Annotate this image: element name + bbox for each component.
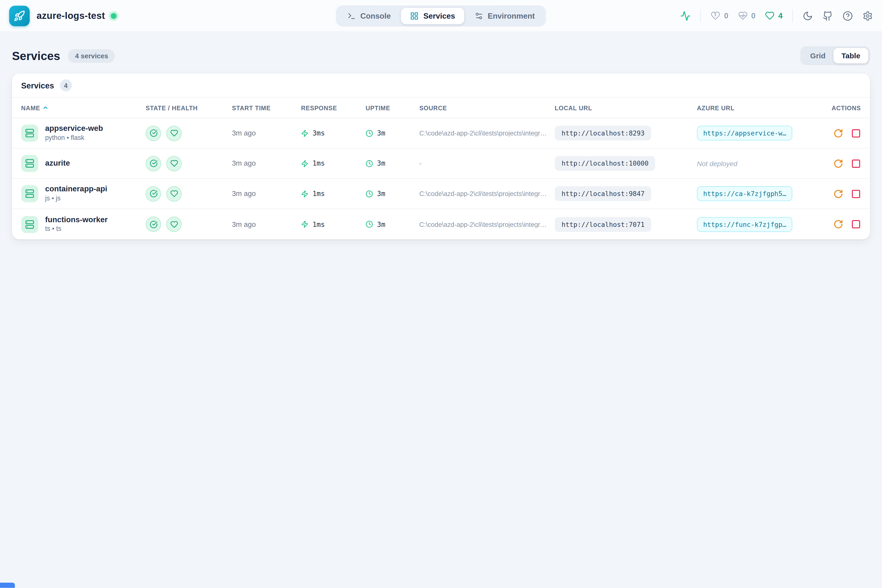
column-header-uptime[interactable]: UPTIME	[366, 104, 419, 111]
settings-button[interactable]	[862, 10, 873, 21]
response-value: 1ms	[312, 220, 325, 228]
restart-button[interactable]	[834, 128, 843, 138]
stop-square-icon	[851, 128, 861, 138]
zap-icon	[301, 220, 309, 228]
azure-url-link[interactable]: https://appservice-w…	[697, 126, 793, 141]
table-header-row: NAME STATE / HEALTH START TIME RESPONSE …	[12, 98, 870, 118]
server-icon	[21, 216, 38, 233]
stop-button[interactable]	[851, 189, 861, 199]
table-row: containerapp-api js • js 3m ago 1ms 3m	[12, 179, 870, 209]
clock-icon	[366, 160, 373, 167]
errors-counter: 0	[711, 11, 728, 21]
stop-button[interactable]	[851, 159, 861, 168]
stop-button[interactable]	[851, 128, 861, 138]
state-health-cell	[146, 126, 232, 141]
actions-cell	[797, 219, 861, 229]
response-value: 3ms	[312, 129, 325, 137]
service-subtitle: js • js	[45, 194, 107, 203]
start-time: 3m ago	[232, 220, 301, 228]
column-header-state[interactable]: STATE / HEALTH	[146, 104, 232, 111]
topbar-right: 0 0 4	[681, 9, 873, 22]
not-deployed-label: Not deployed	[697, 160, 738, 168]
healthy-counter: 4	[765, 11, 783, 21]
services-card: Services 4 NAME STATE / HEALTH START TIM…	[12, 74, 870, 239]
tab-environment-label: Environment	[488, 12, 535, 20]
github-button[interactable]	[823, 10, 833, 21]
state-health-cell	[146, 186, 232, 201]
uptime-cell: 3m	[366, 159, 419, 168]
service-name: functions-worker	[45, 215, 108, 225]
source-path: C:\code\azd-app-2\cli\tests\projects\int…	[419, 190, 555, 197]
health-ok-badge	[166, 186, 182, 201]
heart-icon	[170, 220, 178, 228]
local-url-pill[interactable]: http://localhost:10000	[555, 156, 656, 171]
column-header-name[interactable]: NAME	[21, 104, 146, 111]
column-header-azure-url[interactable]: AZURE URL	[697, 104, 797, 111]
zap-icon	[301, 129, 309, 137]
local-url-cell: http://localhost:8293	[555, 126, 697, 141]
service-name: containerapp-api	[45, 184, 107, 194]
rotate-cw-icon	[834, 159, 843, 168]
stop-button[interactable]	[851, 219, 861, 229]
table-row: azurite 3m ago 1ms 3m -	[12, 148, 870, 179]
source-path: -	[419, 160, 555, 167]
restart-button[interactable]	[834, 159, 843, 168]
local-url-cell: http://localhost:9847	[555, 186, 697, 201]
uptime-value: 3m	[377, 190, 386, 198]
sliders-icon	[475, 12, 483, 20]
divider	[701, 9, 701, 22]
heart-icon	[170, 129, 178, 137]
response-value: 1ms	[312, 190, 325, 198]
tab-environment[interactable]: Environment	[465, 8, 544, 24]
stop-square-icon	[851, 159, 861, 168]
health-ok-badge	[166, 217, 182, 232]
column-header-actions: ACTIONS	[797, 104, 861, 111]
local-url-pill[interactable]: http://localhost:7071	[555, 217, 651, 232]
heart-crack-icon	[711, 11, 721, 21]
column-header-start-time[interactable]: START TIME	[232, 104, 301, 111]
check-circle-icon	[150, 129, 158, 137]
rotate-cw-icon	[834, 128, 843, 138]
app-window: azure-logs-test Console Services Environ…	[0, 0, 882, 588]
theme-toggle-button[interactable]	[802, 10, 813, 21]
check-circle-icon	[150, 190, 158, 198]
tab-services[interactable]: Services	[401, 8, 464, 24]
restart-button[interactable]	[834, 189, 843, 199]
rotate-cw-icon	[834, 189, 843, 199]
heart-pulse-icon	[738, 11, 748, 21]
local-url-pill[interactable]: http://localhost:9847	[555, 186, 651, 201]
azure-url-link[interactable]: https://ca-k7zjfgph5…	[697, 186, 793, 201]
restart-button[interactable]	[834, 219, 843, 229]
view-toggle-table[interactable]: Table	[834, 48, 868, 63]
clock-icon	[366, 129, 373, 137]
state-health-cell	[146, 217, 232, 232]
service-name-cell: containerapp-api js • js	[21, 184, 146, 202]
service-subtitle: ts • ts	[45, 225, 108, 233]
topbar: azure-logs-test Console Services Environ…	[0, 0, 882, 32]
clock-icon	[366, 220, 373, 228]
check-circle-icon	[150, 159, 158, 168]
app-logo	[9, 5, 30, 26]
column-header-response[interactable]: RESPONSE	[301, 104, 366, 111]
uptime-cell: 3m	[366, 129, 419, 137]
topbar-tabs: Console Services Environment	[336, 5, 546, 26]
column-header-source[interactable]: SOURCE	[419, 104, 555, 111]
column-header-local-url[interactable]: LOCAL URL	[555, 104, 697, 111]
service-subtitle: python • flask	[45, 134, 103, 142]
activity-icon	[681, 10, 691, 21]
source-path: C:\code\azd-app-2\cli\tests\projects\int…	[419, 130, 555, 136]
bottom-left-accent	[0, 583, 15, 588]
divider	[792, 9, 793, 22]
start-time: 3m ago	[232, 190, 301, 198]
azure-url-cell: https://ca-k7zjfgph5…	[697, 186, 797, 201]
response-cell: 1ms	[301, 159, 366, 168]
view-toggle-grid[interactable]: Grid	[802, 48, 834, 63]
zap-icon	[301, 190, 309, 197]
help-button[interactable]	[843, 10, 853, 21]
azure-url-cell: Not deployed	[697, 158, 797, 168]
azure-url-link[interactable]: https://func-k7zjfgp…	[697, 217, 793, 232]
tab-console[interactable]: Console	[338, 8, 400, 24]
local-url-pill[interactable]: http://localhost:8293	[555, 126, 651, 141]
stop-square-icon	[851, 189, 861, 199]
warnings-count: 0	[751, 12, 756, 20]
